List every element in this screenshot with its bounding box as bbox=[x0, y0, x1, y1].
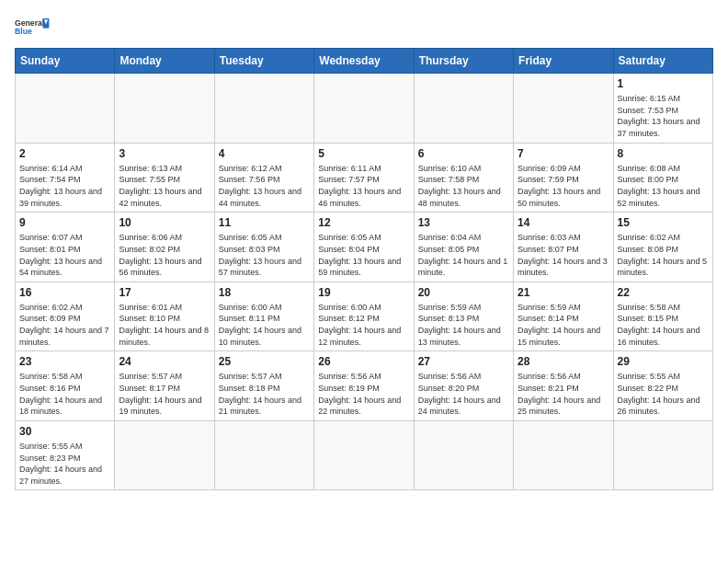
day-number: 8 bbox=[618, 146, 709, 161]
day-info: Sunrise: 6:13 AM Sunset: 7:55 PM Dayligh… bbox=[119, 163, 210, 209]
calendar-cell: 29Sunrise: 5:55 AM Sunset: 8:22 PM Dayli… bbox=[613, 351, 712, 421]
calendar-cell: 13Sunrise: 6:04 AM Sunset: 8:05 PM Dayli… bbox=[414, 213, 513, 282]
svg-text:Blue: Blue bbox=[15, 27, 32, 36]
calendar-cell: 17Sunrise: 6:01 AM Sunset: 8:10 PM Dayli… bbox=[115, 282, 214, 351]
day-info: Sunrise: 6:02 AM Sunset: 8:09 PM Dayligh… bbox=[19, 302, 110, 348]
calendar-cell: 23Sunrise: 5:58 AM Sunset: 8:16 PM Dayli… bbox=[16, 351, 115, 421]
calendar-cell: 21Sunrise: 5:59 AM Sunset: 8:14 PM Dayli… bbox=[514, 282, 613, 351]
day-info: Sunrise: 6:08 AM Sunset: 8:00 PM Dayligh… bbox=[618, 163, 709, 209]
day-info: Sunrise: 5:59 AM Sunset: 8:13 PM Dayligh… bbox=[418, 302, 509, 348]
day-number: 22 bbox=[618, 285, 709, 300]
calendar-cell: 5Sunrise: 6:11 AM Sunset: 7:57 PM Daylig… bbox=[314, 143, 414, 213]
weekday-header-tuesday: Tuesday bbox=[214, 49, 313, 74]
calendar-cell bbox=[115, 420, 214, 490]
calendar-cell: 6Sunrise: 6:10 AM Sunset: 7:58 PM Daylig… bbox=[414, 143, 513, 213]
svg-text:General: General bbox=[15, 18, 44, 28]
calendar-table: SundayMondayTuesdayWednesdayThursdayFrid… bbox=[15, 48, 713, 490]
calendar-cell: 14Sunrise: 6:03 AM Sunset: 8:07 PM Dayli… bbox=[514, 213, 613, 282]
calendar-cell: 19Sunrise: 6:00 AM Sunset: 8:12 PM Dayli… bbox=[314, 282, 414, 351]
day-number: 6 bbox=[418, 146, 509, 161]
calendar-cell: 18Sunrise: 6:00 AM Sunset: 8:11 PM Dayli… bbox=[214, 282, 313, 351]
day-info: Sunrise: 6:04 AM Sunset: 8:05 PM Dayligh… bbox=[418, 232, 509, 278]
calendar-cell bbox=[314, 74, 414, 144]
calendar-cell: 25Sunrise: 5:57 AM Sunset: 8:18 PM Dayli… bbox=[214, 351, 313, 421]
weekday-header-row: SundayMondayTuesdayWednesdayThursdayFrid… bbox=[16, 49, 713, 74]
day-info: Sunrise: 6:02 AM Sunset: 8:08 PM Dayligh… bbox=[618, 232, 709, 278]
calendar-cell bbox=[314, 420, 414, 490]
weekday-header-sunday: Sunday bbox=[16, 49, 115, 74]
day-info: Sunrise: 5:55 AM Sunset: 8:22 PM Dayligh… bbox=[618, 371, 709, 417]
day-number: 3 bbox=[119, 146, 210, 161]
calendar-cell: 11Sunrise: 6:05 AM Sunset: 8:03 PM Dayli… bbox=[214, 213, 313, 282]
calendar-cell: 27Sunrise: 5:56 AM Sunset: 8:20 PM Dayli… bbox=[414, 351, 513, 421]
calendar-cell bbox=[115, 74, 214, 144]
logo: General Blue bbox=[15, 15, 51, 40]
calendar-cell: 20Sunrise: 5:59 AM Sunset: 8:13 PM Dayli… bbox=[414, 282, 513, 351]
calendar-cell: 9Sunrise: 6:07 AM Sunset: 8:01 PM Daylig… bbox=[16, 213, 115, 282]
calendar-cell: 24Sunrise: 5:57 AM Sunset: 8:17 PM Dayli… bbox=[115, 351, 214, 421]
day-number: 17 bbox=[119, 285, 210, 300]
calendar-cell: 28Sunrise: 5:56 AM Sunset: 8:21 PM Dayli… bbox=[514, 351, 613, 421]
day-info: Sunrise: 6:05 AM Sunset: 8:03 PM Dayligh… bbox=[219, 232, 310, 278]
calendar-week-row: 1Sunrise: 6:15 AM Sunset: 7:53 PM Daylig… bbox=[16, 74, 713, 144]
calendar-cell bbox=[514, 74, 613, 144]
calendar-cell bbox=[414, 74, 513, 144]
day-info: Sunrise: 6:07 AM Sunset: 8:01 PM Dayligh… bbox=[19, 232, 110, 278]
calendar-cell: 30Sunrise: 5:55 AM Sunset: 8:23 PM Dayli… bbox=[16, 420, 115, 490]
calendar-week-row: 2Sunrise: 6:14 AM Sunset: 7:54 PM Daylig… bbox=[16, 143, 713, 213]
day-info: Sunrise: 5:57 AM Sunset: 8:17 PM Dayligh… bbox=[119, 371, 210, 417]
logo-svg: General Blue bbox=[15, 15, 51, 40]
calendar-cell: 15Sunrise: 6:02 AM Sunset: 8:08 PM Dayli… bbox=[613, 213, 712, 282]
day-number: 23 bbox=[19, 354, 110, 369]
day-number: 21 bbox=[518, 285, 609, 300]
calendar-cell: 22Sunrise: 5:58 AM Sunset: 8:15 PM Dayli… bbox=[613, 282, 712, 351]
weekday-header-wednesday: Wednesday bbox=[314, 49, 414, 74]
calendar-cell: 3Sunrise: 6:13 AM Sunset: 7:55 PM Daylig… bbox=[115, 143, 214, 213]
day-number: 14 bbox=[518, 215, 609, 230]
day-number: 10 bbox=[119, 215, 210, 230]
calendar-cell: 2Sunrise: 6:14 AM Sunset: 7:54 PM Daylig… bbox=[16, 143, 115, 213]
day-info: Sunrise: 5:56 AM Sunset: 8:19 PM Dayligh… bbox=[318, 371, 409, 417]
weekday-header-thursday: Thursday bbox=[414, 49, 513, 74]
day-number: 19 bbox=[318, 285, 409, 300]
day-number: 12 bbox=[318, 215, 409, 230]
day-number: 24 bbox=[119, 354, 210, 369]
weekday-header-monday: Monday bbox=[115, 49, 214, 74]
day-info: Sunrise: 6:06 AM Sunset: 8:02 PM Dayligh… bbox=[119, 232, 210, 278]
calendar-cell: 26Sunrise: 5:56 AM Sunset: 8:19 PM Dayli… bbox=[314, 351, 414, 421]
day-number: 11 bbox=[219, 215, 310, 230]
calendar-cell: 10Sunrise: 6:06 AM Sunset: 8:02 PM Dayli… bbox=[115, 213, 214, 282]
day-info: Sunrise: 5:57 AM Sunset: 8:18 PM Dayligh… bbox=[219, 371, 310, 417]
calendar-week-row: 9Sunrise: 6:07 AM Sunset: 8:01 PM Daylig… bbox=[16, 213, 713, 282]
calendar-week-row: 16Sunrise: 6:02 AM Sunset: 8:09 PM Dayli… bbox=[16, 282, 713, 351]
day-number: 2 bbox=[19, 146, 110, 161]
day-info: Sunrise: 6:00 AM Sunset: 8:11 PM Dayligh… bbox=[219, 302, 310, 348]
day-number: 9 bbox=[19, 215, 110, 230]
day-info: Sunrise: 6:11 AM Sunset: 7:57 PM Dayligh… bbox=[318, 163, 409, 209]
page-header: General Blue bbox=[15, 15, 713, 40]
day-info: Sunrise: 6:12 AM Sunset: 7:56 PM Dayligh… bbox=[219, 163, 310, 209]
calendar-cell bbox=[414, 420, 513, 490]
day-number: 27 bbox=[418, 354, 509, 369]
day-info: Sunrise: 6:10 AM Sunset: 7:58 PM Dayligh… bbox=[418, 163, 509, 209]
calendar-cell bbox=[214, 420, 313, 490]
day-info: Sunrise: 5:55 AM Sunset: 8:23 PM Dayligh… bbox=[19, 441, 110, 487]
day-number: 20 bbox=[418, 285, 509, 300]
day-number: 4 bbox=[219, 146, 310, 161]
day-info: Sunrise: 6:03 AM Sunset: 8:07 PM Dayligh… bbox=[518, 232, 609, 278]
calendar-week-row: 23Sunrise: 5:58 AM Sunset: 8:16 PM Dayli… bbox=[16, 351, 713, 421]
calendar-cell: 7Sunrise: 6:09 AM Sunset: 7:59 PM Daylig… bbox=[514, 143, 613, 213]
day-number: 28 bbox=[518, 354, 609, 369]
day-number: 18 bbox=[219, 285, 310, 300]
calendar-cell: 12Sunrise: 6:05 AM Sunset: 8:04 PM Dayli… bbox=[314, 213, 414, 282]
calendar-cell: 4Sunrise: 6:12 AM Sunset: 7:56 PM Daylig… bbox=[214, 143, 313, 213]
calendar-cell bbox=[214, 74, 313, 144]
day-info: Sunrise: 6:00 AM Sunset: 8:12 PM Dayligh… bbox=[318, 302, 409, 348]
day-number: 15 bbox=[618, 215, 709, 230]
day-number: 16 bbox=[19, 285, 110, 300]
day-number: 30 bbox=[19, 424, 110, 439]
day-info: Sunrise: 6:14 AM Sunset: 7:54 PM Dayligh… bbox=[19, 163, 110, 209]
day-info: Sunrise: 6:05 AM Sunset: 8:04 PM Dayligh… bbox=[318, 232, 409, 278]
calendar-cell: 16Sunrise: 6:02 AM Sunset: 8:09 PM Dayli… bbox=[16, 282, 115, 351]
day-info: Sunrise: 6:01 AM Sunset: 8:10 PM Dayligh… bbox=[119, 302, 210, 348]
